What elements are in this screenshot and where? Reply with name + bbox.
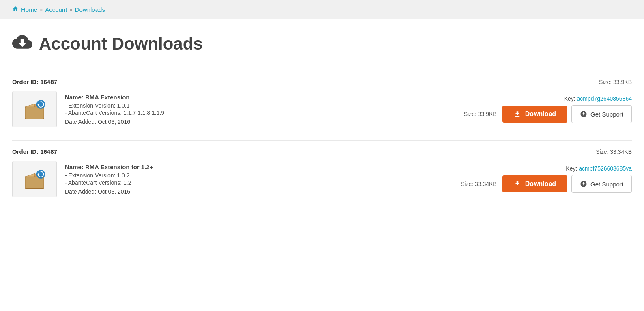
product-thumb-1 — [12, 161, 57, 197]
breadcrumb-home-link[interactable]: Home — [21, 6, 37, 13]
product-info-0: Name: RMA Extension - Extension Version:… — [65, 94, 456, 125]
order-header-0: Order ID: 16487 Size: 33.9KB — [12, 78, 632, 85]
download-actions-0: Key: acmpd7g2640856864 Size: 33.9KB Down… — [464, 95, 632, 123]
date-added-0: Date Added: Oct 03, 2016 — [65, 119, 456, 125]
order-size-1: Size: 33.34KB — [596, 149, 632, 155]
download-actions-1: Key: acmpf7526603685va Size: 33.34KB Dow… — [461, 165, 632, 193]
breadcrumb-current: Downloads — [75, 6, 105, 13]
action-row-1: Size: 33.34KB Download Get Support — [461, 175, 632, 193]
breadcrumb: Home » Account » Downloads — [0, 0, 644, 19]
size-label-0: Size: 33.9KB — [464, 111, 497, 117]
abante-versions-0: - AbanteCart Versions: 1.1.7 1.1.8 1.1.9 — [65, 110, 456, 116]
breadcrumb-sep-2: » — [69, 6, 72, 13]
downloads-container: Order ID: 16487 Size: 33.9KB — [12, 71, 632, 197]
product-name-1: Name: RMA Extension for 1.2+ — [65, 164, 453, 171]
product-info-1: Name: RMA Extension for 1.2+ - Extension… — [65, 164, 453, 195]
key-row-0: Key: acmpd7g2640856864 — [564, 95, 632, 102]
abante-versions-1: - AbanteCart Versions: 1.2 — [65, 179, 453, 186]
order-header-1: Order ID: 16487 Size: 33.34KB — [12, 148, 632, 155]
download-button-0[interactable]: Download — [502, 106, 567, 123]
breadcrumb-account-link[interactable]: Account — [45, 6, 67, 13]
download-button-1[interactable]: Download — [502, 175, 567, 192]
page-title-row: Account Downloads — [12, 32, 632, 56]
size-label-1: Size: 33.34KB — [461, 181, 497, 187]
download-block-1: Order ID: 16487 Size: 33.34KB — [12, 140, 632, 197]
page-content: Account Downloads Order ID: 16487 Size: … — [0, 19, 644, 227]
support-button-1[interactable]: Get Support — [571, 175, 632, 193]
svg-marker-6 — [25, 173, 34, 177]
download-row-0: Name: RMA Extension - Extension Version:… — [12, 91, 632, 127]
support-button-0[interactable]: Get Support — [571, 105, 632, 123]
order-size-0: Size: 33.9KB — [599, 79, 632, 85]
page-title: Account Downloads — [39, 34, 203, 54]
breadcrumb-sep-1: » — [40, 6, 43, 13]
ext-version-1: - Extension Version: 1.0.2 — [65, 172, 453, 179]
download-row-1: Name: RMA Extension for 1.2+ - Extension… — [12, 161, 632, 197]
key-row-1: Key: acmpf7526603685va — [566, 165, 632, 172]
order-id-1: Order ID: 16487 — [12, 148, 57, 155]
svg-marker-1 — [25, 104, 34, 107]
order-id-0: Order ID: 16487 — [12, 78, 57, 85]
action-row-0: Size: 33.9KB Download Get Support — [464, 105, 632, 123]
ext-version-0: - Extension Version: 1.0.1 — [65, 102, 456, 109]
date-added-1: Date Added: Oct 03, 2016 — [65, 188, 453, 195]
home-icon — [12, 6, 19, 13]
product-name-0: Name: RMA Extension — [65, 94, 456, 101]
key-value-0: acmpd7g2640856864 — [577, 95, 632, 102]
product-thumb-0 — [12, 91, 57, 127]
download-block-0: Order ID: 16487 Size: 33.9KB — [12, 71, 632, 127]
key-value-1: acmpf7526603685va — [579, 165, 632, 172]
cloud-download-icon — [12, 32, 32, 56]
